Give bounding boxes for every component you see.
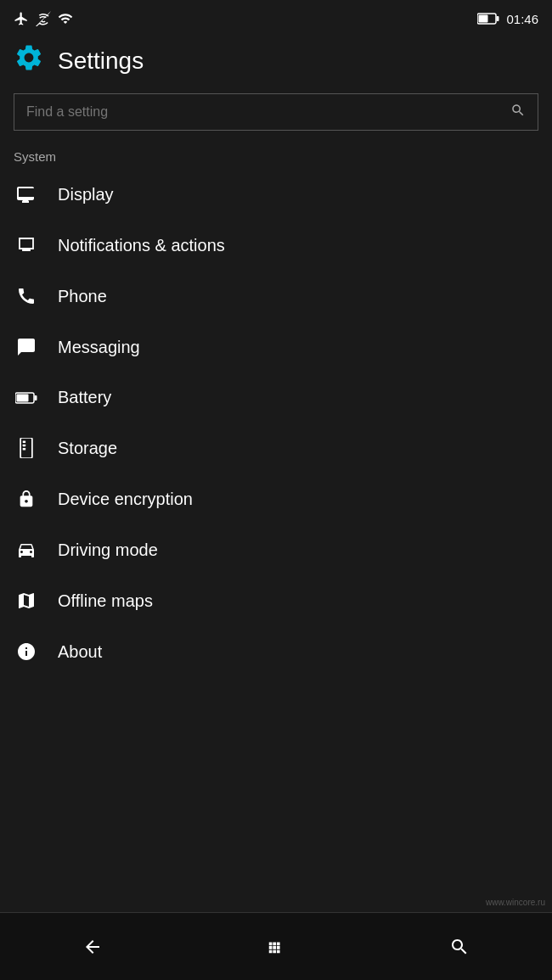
lock-icon [14,489,39,509]
offline-maps-label: Offline maps [58,591,153,611]
system-section-label: System [0,137,552,169]
driving-mode-label: Driving mode [58,540,158,560]
header: Settings [0,34,552,87]
svg-rect-1 [497,16,499,21]
status-right: 01:46 [477,12,538,26]
phone-label: Phone [58,287,107,306]
storage-label: Storage [58,439,117,458]
messaging-icon [14,337,39,357]
settings-menu-list: Display Notifications & actions Phone Me… [0,169,552,912]
display-label: Display [58,185,114,204]
map-icon [14,591,39,611]
svg-rect-9 [23,448,25,451]
info-icon [14,641,39,662]
search-bottom-button[interactable] [429,927,490,967]
settings-gear-icon [14,42,44,80]
battery-status-icon [477,13,499,25]
menu-item-battery[interactable]: Battery [0,372,552,423]
nav-bar [0,912,552,980]
menu-item-display[interactable]: Display [0,169,552,220]
menu-item-messaging[interactable]: Messaging [0,322,552,372]
signal-icon [58,11,73,26]
search-input[interactable] [26,104,510,120]
status-icons [14,11,73,26]
menu-item-offline-maps[interactable]: Offline maps [0,575,552,626]
wifi-off-icon [36,11,51,26]
svg-rect-7 [23,440,25,443]
back-button[interactable] [62,927,123,967]
phone-icon [14,286,39,306]
status-bar: 01:46 [0,0,552,34]
device-encryption-label: Device encryption [58,490,193,509]
menu-item-device-encryption[interactable]: Device encryption [0,473,552,524]
svg-rect-2 [479,15,488,23]
svg-rect-4 [35,395,37,400]
menu-item-driving-mode[interactable]: Driving mode [0,524,552,575]
watermark: www.wincore.ru [486,898,545,907]
search-icon[interactable] [510,103,526,121]
storage-icon [14,438,39,458]
menu-item-notifications[interactable]: Notifications & actions [0,220,552,271]
svg-rect-8 [23,445,25,447]
airplane-icon [14,11,29,26]
notifications-label: Notifications & actions [58,236,225,255]
page-title: Settings [58,48,144,75]
display-icon [14,184,39,204]
car-icon [14,540,39,560]
svg-rect-5 [17,394,29,401]
clock: 01:46 [506,12,538,26]
menu-item-phone[interactable]: Phone [0,271,552,322]
menu-item-storage[interactable]: Storage [0,423,552,473]
svg-rect-6 [20,438,32,458]
menu-item-about[interactable]: About [0,626,552,677]
home-button[interactable] [246,927,306,966]
search-bar[interactable] [14,93,538,131]
messaging-label: Messaging [58,338,140,357]
battery-label: Battery [58,388,111,407]
search-container [0,87,552,137]
notifications-icon [14,235,39,255]
battery-icon [14,392,39,404]
about-label: About [58,642,102,662]
